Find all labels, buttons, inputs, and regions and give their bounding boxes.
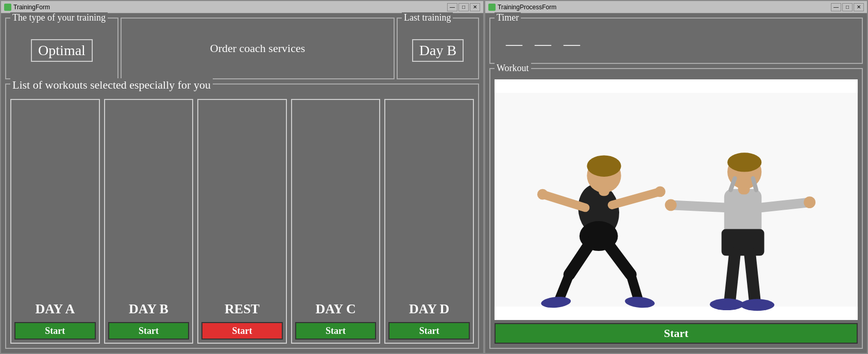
workouts-label: List of workouts selected especially for… (10, 78, 213, 92)
training-form-window: TrainingForm — □ ✕ The type of your trai… (0, 0, 484, 354)
svg-point-19 (727, 153, 761, 172)
svg-rect-28 (738, 179, 750, 194)
training-type-value: Optimal (31, 39, 93, 62)
svg-rect-17 (722, 229, 764, 256)
day-c-start-button[interactable]: Start (295, 322, 377, 340)
order-coach-box[interactable]: Order coach services (121, 18, 395, 79)
left-maximize-button[interactable]: □ (458, 3, 469, 11)
svg-rect-15 (599, 182, 609, 196)
right-window-title: TrainingProcessForm (488, 4, 556, 11)
day-b-label: DAY B (105, 301, 193, 317)
app-icon (4, 4, 11, 11)
right-window-title-text: TrainingProcessForm (498, 4, 556, 11)
last-training-label: Last training (402, 12, 453, 23)
svg-point-23 (804, 196, 815, 208)
svg-line-24 (729, 253, 735, 304)
svg-line-25 (750, 253, 755, 304)
left-window-title: TrainingForm (4, 4, 50, 11)
timer-group: Timer — — — (489, 18, 863, 64)
left-window-content: The type of your training Optimal Order … (1, 13, 483, 353)
svg-point-26 (710, 298, 744, 310)
last-training-group: Last training Day B (397, 18, 479, 79)
right-window-content: Timer — — — Workout (485, 13, 867, 353)
right-maximize-button[interactable]: □ (842, 3, 853, 11)
workout-card-day-a: DAY A Start (10, 99, 100, 344)
svg-point-21 (665, 199, 677, 211)
timer-display: — — — (496, 35, 584, 54)
training-type-label: The type of your training (10, 12, 108, 23)
day-c-label: DAY C (292, 301, 380, 317)
day-d-label: DAY D (385, 301, 473, 317)
right-close-button[interactable]: ✕ (854, 3, 864, 11)
rest-start-button[interactable]: Start (201, 322, 283, 340)
left-close-button[interactable]: ✕ (470, 3, 480, 11)
day-a-label: DAY A (11, 301, 99, 317)
workout-label: Workout (495, 63, 531, 74)
svg-point-6 (537, 189, 548, 200)
svg-line-20 (671, 205, 727, 208)
day-d-start-button[interactable]: Start (388, 322, 470, 340)
left-titlebar: TrainingForm — □ ✕ (1, 1, 483, 13)
right-titlebar: TrainingProcessForm — □ ✕ (485, 1, 867, 13)
left-window-title-text: TrainingForm (13, 4, 50, 11)
right-titlebar-controls: — □ ✕ (831, 3, 864, 11)
day-b-start-button[interactable]: Start (108, 322, 190, 340)
workout-image-area (495, 79, 858, 320)
workout-start-button[interactable]: Start (495, 323, 858, 344)
training-process-form-window: TrainingProcessForm — □ ✕ Timer — — — Wo… (484, 0, 868, 354)
rest-label: REST (198, 301, 286, 317)
left-minimize-button[interactable]: — (447, 3, 457, 11)
timer-label: Timer (495, 12, 521, 23)
workouts-section: List of workouts selected especially for… (5, 83, 479, 349)
last-training-value: Day B (412, 39, 464, 62)
order-coach-text: Order coach services (210, 42, 305, 55)
workout-illustration (495, 79, 858, 320)
workout-card-day-b: DAY B Start (104, 99, 194, 344)
workout-card-day-d: DAY D Start (384, 99, 474, 344)
right-app-icon (488, 4, 496, 11)
top-section: The type of your training Optimal Order … (5, 18, 479, 79)
training-type-group: The type of your training Optimal (5, 18, 118, 79)
svg-line-22 (760, 203, 809, 208)
workout-group: Workout (489, 68, 863, 349)
right-minimize-button[interactable]: — (831, 3, 841, 11)
left-titlebar-controls: — □ ✕ (447, 3, 480, 11)
svg-point-4 (587, 155, 621, 176)
svg-point-8 (655, 187, 666, 197)
workout-cards-container: DAY A Start DAY B Start REST Start DAY C… (10, 99, 474, 344)
svg-point-27 (740, 299, 774, 311)
day-a-start-button[interactable]: Start (14, 322, 96, 340)
workout-card-day-c: DAY C Start (291, 99, 381, 344)
workout-card-rest: REST Start (197, 99, 287, 344)
